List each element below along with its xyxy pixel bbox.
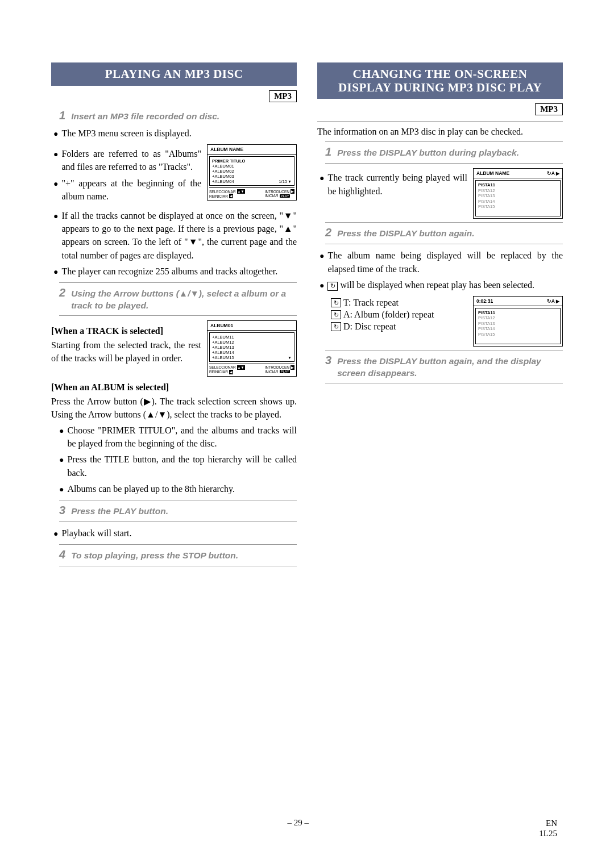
mp3-menu-screenshot-2: ALBUM01 +ALBUM11 +ALBUM12 +ALBUM13 +ALBU… (207, 320, 297, 377)
left-title: PLAYING AN MP3 DISC (51, 62, 297, 86)
text-side: ●Folders are referred to as "Albums" and… (51, 144, 201, 206)
play-pill-icon: PLAY (280, 370, 291, 373)
step-4-left: 4 To stop playing, press the STOP button… (59, 544, 297, 566)
subhead-track: [When a TRACK is selected] (51, 326, 201, 336)
bullet: ●The MP3 menu screen is displayed. (53, 127, 297, 141)
subhead-album: [When an ALBUM is selected] (51, 382, 297, 393)
left-icon: ◀ (229, 370, 233, 374)
right-icon: ▶ (291, 365, 294, 370)
repeat-disc-row: ↻D: Disc repeat (331, 322, 467, 332)
play-pill-icon: PLAY (280, 194, 291, 198)
bullet-dot-icon: ● (53, 147, 58, 173)
repeat-indicator: ↻A ▶ (547, 298, 559, 304)
bullet-dot-icon: ● (53, 209, 58, 262)
triangle-right-icon: ▶ (556, 299, 559, 304)
bullet-dot-icon: ● (59, 453, 64, 479)
step-2-left: 2 Using the Arrow buttons (▲/▼), select … (59, 282, 297, 316)
footer-right: EN 1L25 (539, 818, 557, 838)
repeat-box-icon: ↻ (331, 322, 341, 331)
step-1-left: 1 Insert an MP3 file recorded on disc. (59, 108, 297, 123)
mp3-menu-screenshot-1: ALBUM NAME PRIMER TITULO +ALBUM01 +ALBUM… (207, 144, 297, 201)
repeat-album-row: ↻A: Album (folder) repeat (331, 310, 467, 320)
mini-body: PRIMER TITULO +ALBUM01 +ALBUM02 +ALBUM03… (209, 156, 294, 186)
repeat-indicator: ↻A ▶ (547, 170, 559, 176)
triangle-right-icon: ▶ (556, 171, 559, 176)
loop-icon: ↻ (547, 298, 551, 304)
bullet-dot-icon: ● (53, 265, 58, 279)
up-down-icon: ▲▼ (237, 365, 245, 370)
step-number: 1 (59, 108, 65, 123)
page-number: – 29 – (287, 818, 309, 838)
bullet-dot-icon: ● (59, 424, 64, 450)
bullet-dot-icon: ● (320, 278, 324, 293)
mini-footer: SELECCIONAR ▲▼ REINICIAR ◀ INTRODUCEN ▶ … (209, 187, 294, 198)
bullet-dot-icon: ● (320, 249, 324, 275)
right-title: CHANGING THE ON-SCREEN DISPLAY DURING MP… (317, 62, 563, 99)
mp3-badge-left: MP3 (269, 90, 297, 102)
repeat-types-block: ↻T: Track repeat ↻A: Album (folder) repe… (317, 296, 563, 347)
repeat-track-row: ↻T: Track repeat (331, 298, 467, 308)
bullet-dot-icon: ● (59, 482, 64, 496)
step-3-right: 3 Press the DISPLAY button again, and th… (325, 350, 563, 383)
page-indicator: 1/15 (279, 179, 292, 184)
repeat-box-icon: ↻ (331, 310, 341, 319)
repeat-box-icon: ↻ (327, 282, 338, 291)
right-intro: The information on an MP3 disc in play c… (317, 121, 563, 138)
bullet-dot-icon: ● (320, 171, 324, 197)
now-playing-screenshot-1: ALBUM NAME ↻A ▶ PISTA11 PISTA12 PISTA13 … (473, 168, 563, 219)
track-selected-block: [When a TRACK is selected] Starting from… (51, 320, 297, 377)
up-down-icon: ▲▼ (237, 189, 245, 194)
repeat-box-icon: ↻ (331, 298, 341, 307)
right-column: CHANGING THE ON-SCREEN DISPLAY DURING MP… (317, 62, 563, 571)
mp3-badge-right: MP3 (535, 103, 563, 115)
left-column: PLAYING AN MP3 DISC MP3 1 Insert an MP3 … (51, 62, 297, 571)
right-badge-row: MP3 (317, 103, 563, 115)
triangle-down-icon (288, 179, 292, 184)
bullet-dot-icon: ● (53, 127, 58, 141)
step-3-left: 3 Press the PLAY button. (59, 500, 297, 522)
page-footer: – 29 – EN 1L25 (0, 818, 614, 838)
step-2-right: 2 Press the DISPLAY button again. (325, 222, 563, 244)
left-badge-row: MP3 (51, 90, 297, 102)
text-with-screen-1: ●Folders are referred to as "Albums" and… (51, 144, 297, 206)
highlighted-track-block: ●The track currently being played will b… (317, 168, 563, 219)
loop-icon: ↻ (547, 170, 551, 176)
triangle-down-icon (288, 355, 292, 360)
step-1-right: 1 Press the DISPLAY button during playba… (325, 141, 563, 164)
step-text: Insert an MP3 file recorded on disc. (71, 111, 297, 123)
right-icon: ▶ (291, 189, 294, 194)
mini-header: ALBUM NAME (208, 145, 296, 155)
bullet-dot-icon: ● (53, 177, 58, 203)
two-column-layout: PLAYING AN MP3 DISC MP3 1 Insert an MP3 … (51, 62, 563, 571)
now-playing-screenshot-2: 0:02:31 ↻A ▶ PISTA11 PISTA12 PISTA13 PIS… (473, 296, 563, 347)
left-icon: ◀ (229, 194, 233, 198)
bullet-dot-icon: ● (53, 527, 58, 541)
